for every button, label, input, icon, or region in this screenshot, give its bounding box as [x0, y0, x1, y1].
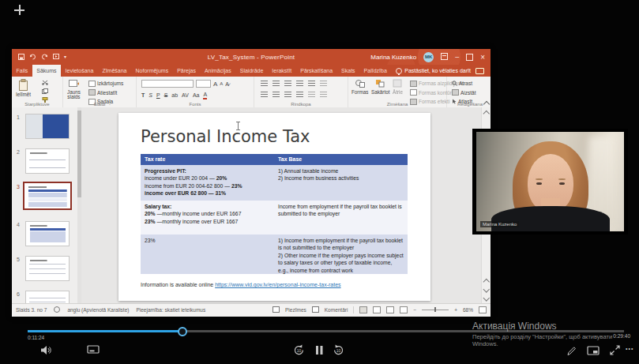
font-name-input[interactable]	[141, 80, 194, 88]
zoom-slider[interactable]	[422, 310, 449, 310]
slide-title[interactable]: Personal Income Tax	[141, 127, 310, 146]
replace-button[interactable]: Aizstāt	[452, 89, 476, 96]
arrange-button[interactable]: Sakārtot	[371, 79, 389, 95]
increase-font-icon[interactable]: A	[213, 81, 217, 88]
more-options-icon[interactable]: •••	[626, 346, 633, 351]
columns-icon[interactable]	[308, 92, 315, 97]
skip-back-10-icon[interactable]: 10	[292, 343, 306, 357]
slide-indicator[interactable]: Slaids 3. no 7	[16, 307, 47, 313]
slide-canvas[interactable]: Personal Income Tax Tax rate Tax Base Pr…	[118, 113, 430, 301]
clear-formatting-icon[interactable]: A̷	[225, 81, 229, 88]
decrease-indent-icon[interactable]	[284, 81, 291, 86]
bullets-icon[interactable]	[261, 81, 268, 86]
slide-sorter-view-icon[interactable]	[373, 306, 381, 313]
next-slide-icon[interactable]	[484, 287, 489, 292]
skip-forward-10-icon[interactable]: 10	[332, 343, 345, 357]
account-avatar[interactable]: MK	[423, 52, 434, 62]
tab-ierakstit[interactable]: Ierakstīt	[268, 65, 296, 77]
tab-skats[interactable]: Skats	[337, 65, 360, 77]
restore-button[interactable]	[466, 54, 473, 61]
comments-icon[interactable]	[475, 68, 484, 74]
fit-to-window-icon[interactable]	[479, 306, 487, 313]
zoom-out-button[interactable]: −	[413, 307, 416, 313]
justify-icon[interactable]	[296, 92, 303, 97]
smartart-icon[interactable]	[320, 92, 327, 97]
tax-table[interactable]: Tax rate Tax Base Progressive PIT: incom…	[141, 154, 408, 274]
character-spacing-button[interactable]: AV	[182, 92, 189, 99]
tab-slaidrade[interactable]: Slaidrāde	[235, 65, 268, 77]
strikethrough-button[interactable]: S	[164, 92, 168, 99]
slide-1-thumbnail[interactable]	[25, 114, 70, 139]
reading-view-icon[interactable]	[386, 306, 394, 313]
accessibility-check[interactable]: Pieejamība: skatiet ieteikumus	[136, 307, 205, 313]
volume-icon[interactable]	[39, 344, 52, 356]
tab-palidziba[interactable]: Palīdzība	[359, 65, 391, 77]
layout-button[interactable]: Izkārtojums	[88, 80, 123, 87]
zoom-slider-handle[interactable]	[434, 307, 436, 312]
text-shadow-button[interactable]: ab	[171, 92, 178, 99]
slide-3-thumbnail-selected[interactable]	[23, 182, 72, 210]
tab-sakums[interactable]: Sākums	[32, 65, 61, 77]
webcam-tile[interactable]: Marina Kuzenko	[472, 129, 628, 235]
notes-toggle[interactable]: Piezīmes	[285, 307, 306, 313]
tab-ievietosana[interactable]: Ievietošana	[61, 65, 98, 77]
tell-me-box[interactable]: Pastāstiet, ko vēlaties darīt	[396, 65, 471, 77]
seek-handle[interactable]	[178, 327, 187, 336]
save-icon[interactable]	[18, 54, 24, 60]
normal-view-icon[interactable]	[359, 306, 367, 313]
quick-styles-button[interactable]: Ātrie	[393, 79, 403, 95]
font-size-input[interactable]	[196, 80, 211, 88]
footer-link[interactable]: https://www.vid.gov.lv/en/personal-incom…	[215, 282, 340, 287]
underline-button[interactable]: P	[156, 92, 160, 99]
paste-button[interactable]: Ielīmēt	[16, 79, 31, 97]
undo-icon[interactable]	[29, 54, 36, 60]
tab-zimesana[interactable]: Zīmēšana	[98, 65, 131, 77]
slide-6-thumbnail[interactable]	[25, 291, 70, 303]
zoom-in-button[interactable]: +	[454, 307, 457, 313]
slide-2-thumbnail[interactable]	[25, 148, 70, 174]
tab-noformejums[interactable]: Noformējums	[131, 65, 173, 77]
scroll-up-icon[interactable]	[484, 110, 489, 114]
account-name[interactable]: Marina Kuzenko	[370, 54, 416, 61]
slide-5-thumbnail[interactable]	[25, 256, 70, 281]
copy-icon[interactable]	[42, 88, 48, 95]
change-case-button[interactable]: Aa	[193, 92, 200, 99]
slide-4-thumbnail[interactable]	[25, 221, 70, 246]
zoom-level[interactable]: 68%	[463, 307, 473, 313]
increase-indent-icon[interactable]	[296, 81, 303, 86]
collapse-ribbon-icon[interactable]	[484, 100, 489, 105]
numbering-icon[interactable]	[273, 81, 280, 86]
text-direction-icon[interactable]	[320, 81, 327, 86]
align-left-icon[interactable]	[261, 92, 268, 97]
language-indicator[interactable]: angļu (Apvienotā Karaliste)	[67, 307, 129, 313]
ribbon-display-options-icon[interactable]	[441, 53, 448, 62]
redo-icon[interactable]	[41, 54, 48, 60]
line-spacing-icon[interactable]	[308, 81, 315, 86]
slideshow-view-icon[interactable]	[400, 306, 408, 313]
tab-parejas[interactable]: Pārejas	[173, 65, 201, 77]
tab-parskatisana[interactable]: Pārskatīšana	[296, 65, 337, 77]
cut-icon[interactable]	[42, 80, 48, 86]
bold-button[interactable]: T	[141, 92, 145, 99]
find-button[interactable]: Atrast	[452, 80, 476, 87]
align-center-icon[interactable]	[273, 92, 280, 97]
shapes-button[interactable]: Formas	[351, 79, 368, 95]
tab-fails[interactable]: Fails	[12, 65, 32, 77]
comments-toggle[interactable]: Komentāri	[325, 307, 348, 313]
align-right-icon[interactable]	[284, 92, 291, 97]
decrease-font-icon[interactable]: A	[220, 81, 223, 88]
previous-slide-icon[interactable]	[484, 278, 489, 283]
close-button[interactable]: ×	[480, 54, 485, 61]
pause-button[interactable]	[314, 344, 325, 356]
customize-qat-caret-icon[interactable]: ▾	[64, 54, 66, 61]
reset-button[interactable]: Atiestatīt	[88, 89, 123, 96]
minimize-button[interactable]: –	[455, 54, 459, 61]
table-header-row: Tax rate Tax Base	[141, 154, 408, 165]
scroll-down-icon[interactable]	[484, 296, 489, 301]
italic-button[interactable]: S	[148, 92, 152, 99]
tab-animacijas[interactable]: Animācijas	[200, 65, 235, 77]
new-slide-button[interactable]: Jauns slaids	[67, 79, 81, 99]
display-icon[interactable]	[87, 345, 100, 355]
start-slideshow-icon[interactable]	[53, 54, 59, 60]
font-color-button[interactable]: A	[203, 91, 207, 99]
